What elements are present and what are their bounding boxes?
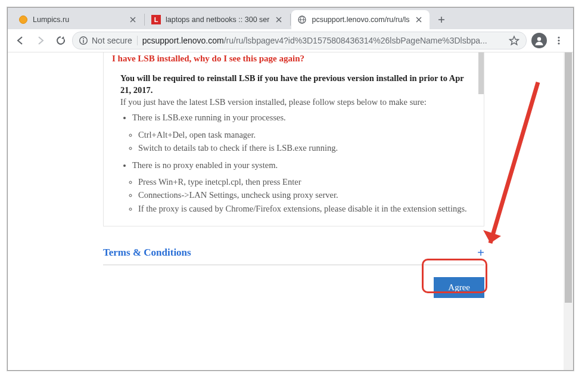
page-scrollbar[interactable] <box>564 52 573 370</box>
faq-bold-note: You will be required to reinstall LSB if… <box>120 73 475 96</box>
info-icon <box>79 36 88 45</box>
profile-avatar-icon[interactable] <box>531 33 547 48</box>
list-item: There is LSB.exe running in your process… <box>132 111 475 124</box>
chrome-menu-button[interactable] <box>550 32 567 49</box>
not-secure-chip[interactable]: Not secure <box>79 36 132 45</box>
tab-title: pcsupport.lenovo.com/ru/ru/ls <box>312 15 409 24</box>
faq-intro: If you just have the latest LSB version … <box>120 97 475 107</box>
list-item: Switch to details tab to check if there … <box>138 141 475 154</box>
omnibox-separator <box>137 36 138 45</box>
expand-plus-icon[interactable]: + <box>477 247 484 259</box>
agree-button[interactable]: Agree <box>434 277 484 298</box>
tab-lumpics[interactable]: Lumpics.ru <box>13 10 144 29</box>
url-path: /ru/ru/lsbpagev4?id%3D1575808436314%26ls… <box>224 36 487 45</box>
svg-point-22 <box>558 36 559 38</box>
bookmark-star-icon[interactable] <box>508 35 520 46</box>
forward-button[interactable] <box>32 32 49 49</box>
svg-point-21 <box>537 37 541 41</box>
not-secure-label: Not secure <box>92 36 132 45</box>
url-host: pcsupport.lenovo.com <box>142 36 224 45</box>
inner-scrollbar[interactable] <box>478 52 484 201</box>
list-item: There is no proxy enabled in your system… <box>132 159 475 172</box>
svg-point-19 <box>83 38 84 39</box>
svg-point-23 <box>558 39 559 41</box>
address-bar[interactable]: Not secure pcsupport.lenovo.com/ru/ru/ls… <box>72 32 527 49</box>
back-button[interactable] <box>11 32 29 49</box>
tab-title: laptops and netbooks :: 300 ser <box>166 15 269 24</box>
reload-button[interactable] <box>52 32 70 49</box>
svg-point-4 <box>20 16 27 24</box>
tab-laptops[interactable]: L laptops and netbooks :: 300 ser <box>145 10 290 29</box>
orange-circle-icon <box>18 15 28 24</box>
tab-separator <box>144 14 145 26</box>
tab-title: Lumpics.ru <box>33 15 123 24</box>
page-scrollbar-thumb[interactable] <box>565 52 572 303</box>
page-viewport: I have LSB installed, why do I see this … <box>8 52 573 370</box>
list-item: Connections->LAN Settings, uncheck using… <box>138 188 475 201</box>
url-text: pcsupport.lenovo.com/ru/ru/lsbpagev4?id%… <box>142 36 503 45</box>
faq-question: I have LSB installed, why do I see this … <box>112 54 475 64</box>
inner-scrollbar-thumb[interactable] <box>478 52 484 94</box>
list-item: Ctrl+Alt+Del, open task manager. <box>138 128 475 141</box>
svg-point-24 <box>558 42 559 44</box>
faq-sublist: Press Win+R, type inetcpl.cpl, then pres… <box>112 175 475 215</box>
page-content: I have LSB installed, why do I see this … <box>103 52 484 298</box>
list-item: Press Win+R, type inetcpl.cpl, then pres… <box>138 175 475 188</box>
faq-box: I have LSB installed, why do I see this … <box>103 52 484 226</box>
list-item: If the proxy is caused by Chrome/Firefox… <box>138 202 475 215</box>
terms-and-conditions-header[interactable]: Terms & Conditions + <box>103 243 484 265</box>
svg-text:L: L <box>154 16 158 23</box>
close-icon[interactable] <box>274 15 284 24</box>
new-tab-button[interactable] <box>433 11 450 28</box>
tab-strip: Lumpics.ru L laptops and netbooks :: 300… <box>8 8 573 29</box>
browser-toolbar: Not secure pcsupport.lenovo.com/ru/ru/ls… <box>8 29 573 52</box>
close-icon[interactable] <box>414 15 424 24</box>
l-red-icon: L <box>151 15 161 24</box>
browser-window: Lumpics.ru L laptops and netbooks :: 300… <box>7 7 574 371</box>
faq-list: There is no proxy enabled in your system… <box>112 159 475 172</box>
svg-rect-20 <box>83 40 84 43</box>
close-icon[interactable] <box>128 15 138 24</box>
tab-separator <box>290 14 291 26</box>
globe-icon <box>297 15 307 24</box>
terms-title: Terms & Conditions <box>103 247 191 259</box>
tab-pcsupport[interactable]: pcsupport.lenovo.com/ru/ru/ls <box>291 10 430 29</box>
faq-sublist: Ctrl+Alt+Del, open task manager. Switch … <box>112 128 475 155</box>
faq-list: There is LSB.exe running in your process… <box>112 111 475 124</box>
